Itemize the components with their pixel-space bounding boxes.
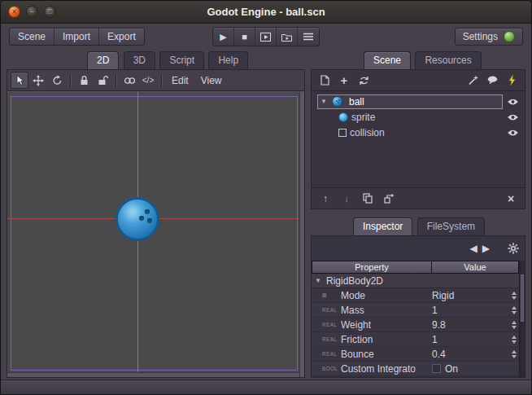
sprite-node-icon xyxy=(338,112,348,122)
tool-wand-button[interactable] xyxy=(464,72,482,89)
property-label: Custom Integrato xyxy=(341,363,416,375)
settings-button[interactable]: Settings xyxy=(455,28,523,46)
node-name: collision xyxy=(350,127,385,138)
viewport-vertical-scrollbar[interactable] xyxy=(299,92,304,377)
instance-scene-button[interactable] xyxy=(355,72,373,89)
rotate-tool-button[interactable] xyxy=(48,72,66,89)
ball-hole xyxy=(139,216,144,221)
value-stepper[interactable] xyxy=(512,292,517,300)
section-title: RigidBody2D xyxy=(326,275,383,287)
titlebar[interactable]: × − □ Godot Engine - ball.scn xyxy=(1,1,531,24)
property-row-mode[interactable]: ≡ Mode Rigid xyxy=(312,288,519,303)
property-column-header[interactable]: Property xyxy=(312,261,432,274)
tree-row-ball[interactable]: ▼ ball xyxy=(312,94,525,109)
inspector-scrollbar-thumb[interactable] xyxy=(521,274,524,322)
play-custom-scene-button[interactable] xyxy=(277,28,298,46)
group-link-button[interactable] xyxy=(120,72,138,89)
move-icon xyxy=(33,75,44,86)
edit-script-button[interactable]: </> xyxy=(139,72,157,89)
section-expander-icon[interactable]: ▼ xyxy=(315,277,323,284)
inspector-scrollbar[interactable] xyxy=(519,261,525,377)
property-row-friction[interactable]: REAL Friction 1 xyxy=(312,332,519,347)
tab-resources-dock[interactable]: Resources xyxy=(415,51,481,69)
property-value[interactable]: 9.8 xyxy=(432,319,446,331)
move-node-up-button[interactable]: ↑ xyxy=(316,190,334,207)
play-scene-button[interactable] xyxy=(255,28,277,46)
move-tool-button[interactable] xyxy=(29,72,47,89)
property-value[interactable]: 0.4 xyxy=(432,349,446,360)
value-stepper[interactable] xyxy=(512,350,517,358)
property-row-mass[interactable]: REAL Mass 1 xyxy=(312,303,519,318)
value-stepper[interactable] xyxy=(512,336,517,344)
clear-selection-button[interactable]: × xyxy=(502,190,520,207)
property-value[interactable]: 1 xyxy=(432,334,438,345)
select-tool-button[interactable] xyxy=(11,72,28,89)
property-value[interactable]: Rigid xyxy=(432,290,454,301)
scene-dock-toolbar: + xyxy=(312,70,525,91)
visibility-toggle[interactable] xyxy=(507,129,519,137)
property-row-weight[interactable]: REAL Weight 9.8 xyxy=(312,318,519,332)
viewport-horizontal-scrollbar[interactable] xyxy=(7,372,299,377)
property-row-custom-integrator[interactable]: BOOL Custom Integrato On xyxy=(312,362,519,376)
tab-scene-dock[interactable]: Scene xyxy=(364,51,411,69)
tree-row-collision[interactable]: collision xyxy=(312,125,525,140)
tab-3d[interactable]: 3D xyxy=(124,51,155,69)
tab-help[interactable]: Help xyxy=(208,51,248,69)
value-column-header[interactable]: Value xyxy=(432,261,519,274)
inspector-options-button[interactable] xyxy=(508,243,519,254)
select-cursor-icon xyxy=(15,75,24,86)
value-stepper[interactable] xyxy=(512,321,517,329)
checkbox[interactable] xyxy=(432,364,441,373)
lock-object-button[interactable] xyxy=(75,72,93,89)
edit-menu[interactable]: Edit xyxy=(166,73,194,88)
section-rigidbody2d[interactable]: ▼ RigidBody2D xyxy=(312,274,519,288)
tab-filesystem[interactable]: FileSystem xyxy=(417,217,485,235)
main-menu-group: Scene Import Export xyxy=(9,28,145,46)
visibility-toggle[interactable] xyxy=(507,98,519,106)
minimize-button[interactable]: − xyxy=(26,6,38,18)
tab-2d[interactable]: 2D xyxy=(87,51,119,69)
viewport-canvas[interactable] xyxy=(7,91,304,377)
chain-link-icon xyxy=(124,77,136,85)
toolbar-separator xyxy=(161,74,162,87)
main-area: </> Edit View xyxy=(1,69,531,378)
scene-dock: + xyxy=(311,69,525,209)
history-forward-button[interactable]: ▶ xyxy=(482,243,490,254)
visibility-toggle[interactable] xyxy=(507,113,519,121)
property-row-bounce[interactable]: REAL Bounce 0.4 xyxy=(312,347,519,362)
scene-menu-button[interactable]: Scene xyxy=(10,29,55,45)
tree-row-sprite[interactable]: sprite xyxy=(312,109,525,125)
view-menu[interactable]: View xyxy=(195,73,228,88)
value-stepper[interactable] xyxy=(512,306,517,314)
update-spinner-icon xyxy=(504,31,515,42)
close-button[interactable]: × xyxy=(8,6,20,18)
stop-button[interactable]: ■ xyxy=(234,28,255,46)
unlock-object-button[interactable] xyxy=(94,72,111,89)
move-node-down-button[interactable]: ↓ xyxy=(338,190,355,207)
export-menu-button[interactable]: Export xyxy=(99,29,144,45)
bottom-panel-bar[interactable] xyxy=(1,380,531,395)
godot-window: × − □ Godot Engine - ball.scn Scene Impo… xyxy=(0,0,532,395)
tab-inspector[interactable]: Inspector xyxy=(353,217,412,235)
add-node-button[interactable]: + xyxy=(335,72,353,89)
reparent-node-button[interactable] xyxy=(380,190,398,207)
new-node-button[interactable] xyxy=(316,72,334,89)
ball-sprite[interactable] xyxy=(116,197,159,241)
signals-button[interactable] xyxy=(503,72,521,89)
play-button[interactable]: ▶ xyxy=(213,28,234,46)
comment-button[interactable] xyxy=(483,72,501,89)
expander-icon[interactable]: ▼ xyxy=(321,98,329,105)
reparent-icon xyxy=(384,194,395,204)
history-back-button[interactable]: ◀ xyxy=(470,243,477,254)
import-menu-button[interactable]: Import xyxy=(55,29,99,45)
duplicate-node-button[interactable] xyxy=(359,190,377,207)
new-file-icon xyxy=(321,75,329,86)
maximize-button[interactable]: □ xyxy=(44,6,56,18)
comment-bubble-icon xyxy=(487,76,498,85)
selected-node-box[interactable]: ▼ ball xyxy=(317,94,503,109)
property-value[interactable]: 1 xyxy=(432,305,438,316)
debug-options-button[interactable] xyxy=(298,28,319,46)
property-label: Bounce xyxy=(341,349,374,360)
settings-label: Settings xyxy=(463,31,498,42)
tab-script[interactable]: Script xyxy=(159,51,204,69)
